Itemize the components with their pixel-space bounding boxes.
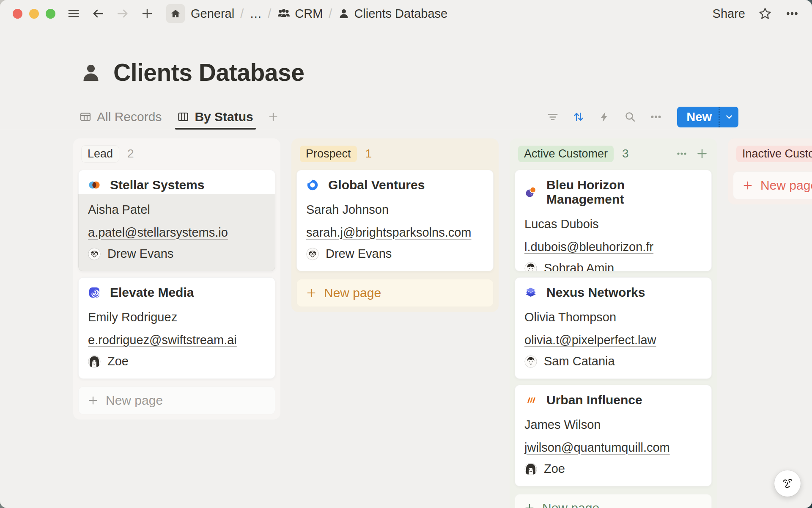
filter-icon[interactable] xyxy=(546,110,560,124)
column-count: 3 xyxy=(622,147,629,160)
card-contact: Aisha Patel xyxy=(88,203,266,217)
avatar-zoe xyxy=(88,355,101,368)
venn-logo-icon xyxy=(88,179,101,191)
close-window-button[interactable] xyxy=(13,9,22,19)
card-email-link[interactable]: l.dubois@bleuhorizon.fr xyxy=(524,240,653,254)
card-assignee: Sohrab Amin xyxy=(544,261,614,271)
breadcrumb-item-ellipsis[interactable]: … xyxy=(250,7,262,21)
plus-icon xyxy=(742,179,754,191)
table-icon xyxy=(79,110,92,123)
board-icon xyxy=(177,110,189,123)
share-button[interactable]: Share xyxy=(713,7,745,21)
column-tag-prospect[interactable]: Prospect xyxy=(300,146,357,162)
zoom-window-button[interactable] xyxy=(46,9,55,19)
column-more-options-icon[interactable] xyxy=(675,147,688,160)
column-active-customer: Active Customer 3 Bleu Horizon Managemen… xyxy=(510,138,717,508)
card-global-ventures[interactable]: Global Ventures Sarah Johnson sarah.j@br… xyxy=(296,170,494,271)
breadcrumb-item-general[interactable]: General xyxy=(191,7,234,21)
card-company: Elevate Media xyxy=(110,285,194,300)
page-title: Clients Database xyxy=(113,58,304,86)
avatar-zoe xyxy=(524,463,537,475)
column-tag-lead[interactable]: Lead xyxy=(82,146,119,162)
new-page-button-inactive[interactable]: New page xyxy=(733,171,812,199)
new-page-label: New page xyxy=(760,178,812,193)
card-assignee: Drew Evans xyxy=(107,247,173,261)
card-email-link[interactable]: olivia.t@pixelperfect.law xyxy=(524,333,656,347)
card-email-link[interactable]: sarah.j@brightsparksolns.com xyxy=(306,226,471,240)
back-icon[interactable] xyxy=(91,6,105,21)
new-page-button-lead[interactable]: New page xyxy=(78,387,275,414)
card-assignee: Sam Catania xyxy=(544,354,615,368)
card-email-link[interactable]: a.patel@stellarsystems.io xyxy=(88,226,228,240)
card-bleu-horizon-management[interactable]: Bleu Horizon Management Lucas Dubois l.d… xyxy=(515,170,712,271)
breadcrumb-label: CRM xyxy=(295,7,323,21)
new-button-label[interactable]: New xyxy=(677,107,719,127)
card-assignee: Zoe xyxy=(544,462,565,476)
page-person-icon xyxy=(80,62,102,83)
card-company: Urban Influence xyxy=(546,393,642,407)
card-elevate-media[interactable]: Elevate Media Emily Rodriguez e.rodrigue… xyxy=(78,277,275,379)
person-icon xyxy=(338,8,350,19)
new-page-button-prospect[interactable]: New page xyxy=(296,279,494,307)
team-icon xyxy=(277,7,291,20)
plus-icon xyxy=(87,395,99,406)
traffic-lights xyxy=(13,9,55,19)
new-tab-icon[interactable] xyxy=(140,6,154,21)
card-contact: Olivia Thompson xyxy=(524,310,702,324)
card-company: Nexus Networks xyxy=(546,285,645,300)
pie-logo-icon xyxy=(524,186,537,199)
tab-all-records[interactable]: All Records xyxy=(79,105,162,129)
card-email-link[interactable]: jwilson@quantumquill.com xyxy=(524,441,670,455)
plus-icon xyxy=(305,287,317,299)
card-email-link[interactable]: e.rodriguez@swiftstream.ai xyxy=(88,333,237,347)
breadcrumb: General / … / CRM / Clients Database xyxy=(191,7,447,21)
breadcrumb-item-clients-database[interactable]: Clients Database xyxy=(338,7,447,21)
view-more-options-icon[interactable] xyxy=(649,110,663,124)
sidebar-menu-icon[interactable] xyxy=(66,6,81,21)
column-prospect: Prospect 1 Global Ventures Sarah Johnson… xyxy=(291,138,499,312)
ring-logo-icon xyxy=(306,179,319,191)
kanban-board: Lead 2 Stellar Systems Aisha Patel a.pat… xyxy=(0,138,812,508)
breadcrumb-separator: / xyxy=(329,7,332,21)
card-company: Stellar Systems xyxy=(110,178,204,192)
column-add-card-icon[interactable] xyxy=(696,147,708,160)
card-contact: Lucas Dubois xyxy=(524,217,702,231)
avatar-drew-evans xyxy=(88,248,101,260)
column-count: 1 xyxy=(365,147,372,160)
breadcrumb-item-crm[interactable]: CRM xyxy=(277,7,323,21)
sort-icon[interactable] xyxy=(571,110,586,124)
tab-by-status[interactable]: By Status xyxy=(177,105,253,129)
column-lead: Lead 2 Stellar Systems Aisha Patel a.pat… xyxy=(73,138,280,420)
card-company: Bleu Horizon Management xyxy=(546,178,702,207)
avatar-sohrab-amin xyxy=(524,262,537,272)
tab-label: By Status xyxy=(195,110,253,124)
new-page-label: New page xyxy=(542,501,599,508)
favorite-star-icon[interactable] xyxy=(758,6,772,21)
breadcrumb-separator: / xyxy=(268,7,271,21)
card-urban-influence[interactable]: Urban Influence James Wilson jwilson@qua… xyxy=(515,385,712,486)
stripes-logo-icon xyxy=(524,394,537,406)
search-icon[interactable] xyxy=(623,110,637,124)
new-button-dropdown[interactable] xyxy=(719,107,738,127)
card-stellar-systems[interactable]: Stellar Systems Aisha Patel a.patel@stel… xyxy=(78,170,275,271)
new-page-button-active[interactable]: New page xyxy=(515,494,712,508)
app-window: General / … / CRM / Clients Database Sha… xyxy=(0,0,812,508)
home-icon[interactable] xyxy=(166,4,185,23)
more-options-icon[interactable] xyxy=(785,6,799,21)
spiral-logo-icon xyxy=(88,286,101,299)
card-company: Global Ventures xyxy=(328,178,425,192)
forward-icon[interactable] xyxy=(115,6,130,21)
avatar-drew-evans xyxy=(306,248,319,260)
new-record-button[interactable]: New xyxy=(677,107,738,127)
breadcrumb-separator: / xyxy=(240,7,244,21)
column-tag-active-customer[interactable]: Active Customer xyxy=(518,146,614,162)
card-nexus-networks[interactable]: Nexus Networks Olivia Thompson olivia.t@… xyxy=(515,277,712,379)
ai-assistant-button[interactable] xyxy=(774,470,801,497)
add-view-icon[interactable] xyxy=(266,110,280,124)
column-tag-inactive-customer[interactable]: Inactive Customer xyxy=(736,146,812,162)
automations-zap-icon[interactable] xyxy=(597,110,612,124)
minimize-window-button[interactable] xyxy=(29,9,39,19)
new-page-label: New page xyxy=(324,286,381,300)
ai-face-icon xyxy=(779,475,796,492)
card-contact: James Wilson xyxy=(524,418,702,432)
